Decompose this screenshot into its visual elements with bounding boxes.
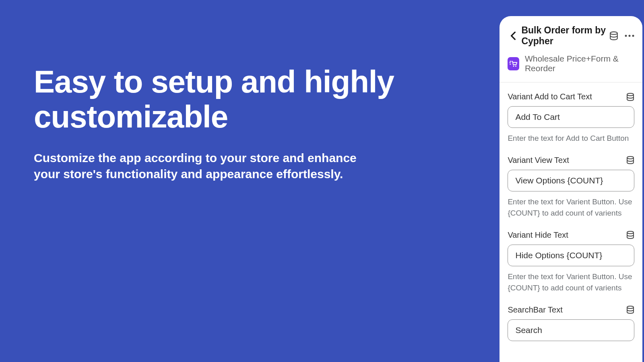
panel-body: Variant Add to Cart Text Enter the text … (500, 82, 642, 352)
field-searchbar-text: SearchBar Text (508, 305, 634, 341)
svg-point-6 (627, 93, 634, 96)
svg-point-7 (627, 156, 634, 159)
help-text: Enter the text for Varient Button. Use {… (508, 271, 634, 294)
svg-point-3 (632, 35, 634, 37)
panel-header: Bulk Order form by Cypher (500, 16, 642, 47)
field-label: Variant Add to Cart Text (508, 92, 592, 101)
database-icon (626, 93, 634, 101)
dynamic-source-button[interactable] (626, 156, 634, 164)
help-text: Enter the text for Varient Button. Use {… (508, 196, 634, 219)
help-text: Enter the text for Add to Cart Button (508, 133, 634, 144)
back-button[interactable] (508, 30, 519, 41)
panel-title: Bulk Order form by Cypher (521, 25, 607, 47)
dynamic-source-button[interactable] (626, 306, 634, 314)
database-icon (626, 156, 634, 164)
database-icon (626, 306, 634, 314)
field-variant-add-to-cart: Variant Add to Cart Text Enter the text … (508, 92, 634, 144)
dynamic-source-button[interactable] (626, 231, 634, 239)
variant-view-input[interactable] (508, 170, 634, 191)
hero: Easy to setup and highly customizable Cu… (0, 0, 500, 362)
svg-point-0 (610, 32, 617, 35)
app-row[interactable]: Wholesale Price+Form & Reorder (500, 47, 642, 82)
svg-point-8 (627, 231, 634, 234)
more-horizontal-icon (625, 34, 634, 37)
variant-add-to-cart-input[interactable] (508, 106, 634, 128)
svg-point-5 (515, 66, 516, 67)
more-button[interactable] (625, 34, 634, 37)
field-label: Variant Hide Text (508, 230, 568, 240)
cart-fast-icon (509, 59, 518, 68)
field-label: Variant View Text (508, 156, 569, 165)
svg-point-4 (513, 66, 514, 67)
database-button[interactable] (609, 31, 618, 40)
dynamic-source-button[interactable] (626, 93, 634, 101)
svg-point-9 (627, 306, 634, 309)
svg-point-2 (629, 35, 631, 37)
database-icon (626, 231, 634, 239)
field-variant-view: Variant View Text Enter the text for Var… (508, 156, 634, 219)
variant-hide-input[interactable] (508, 245, 634, 266)
chevron-left-icon (510, 31, 516, 40)
field-label: SearchBar Text (508, 305, 562, 315)
field-variant-hide: Variant Hide Text Enter the text for Var… (508, 230, 634, 294)
database-icon (609, 31, 618, 40)
app-name-label: Wholesale Price+Form & Reorder (525, 54, 634, 73)
hero-title: Easy to setup and highly customizable (34, 64, 467, 135)
svg-point-1 (625, 35, 627, 37)
hero-subtitle: Customize the app according to your stor… (34, 150, 372, 183)
app-icon (508, 57, 519, 70)
searchbar-text-input[interactable] (508, 319, 634, 341)
settings-panel: Bulk Order form by Cypher (500, 16, 642, 362)
